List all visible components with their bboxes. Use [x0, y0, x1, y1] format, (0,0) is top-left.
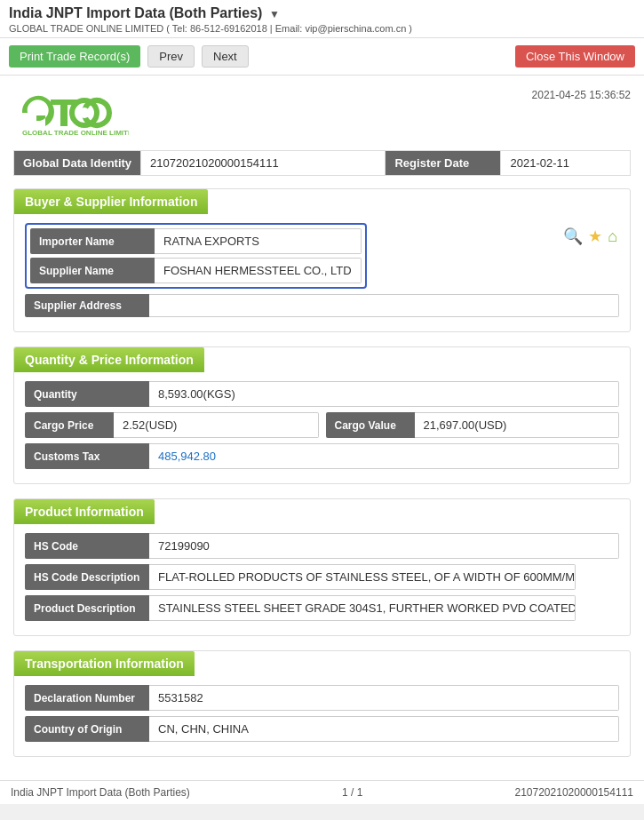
supplier-label: Supplier Name: [30, 258, 155, 283]
buyer-supplier-body: 🔍 ★ ⌂ Importer Name RATNA EXPORTS Suppli…: [14, 214, 630, 331]
star-icon[interactable]: ★: [588, 227, 602, 246]
record-timestamp: 2021-04-25 15:36:52: [532, 89, 631, 101]
cargo-value-value: 21,697.00(USD): [415, 412, 620, 438]
toolbar: Print Trade Record(s) Prev Next Close Th…: [0, 38, 644, 76]
importer-row: Importer Name RATNA EXPORTS: [30, 228, 362, 254]
transportation-header: Transportation Information: [14, 651, 195, 676]
prev-button[interactable]: Prev: [147, 45, 195, 68]
customs-tax-value: 485,942.80: [149, 443, 619, 469]
importer-value: RATNA EXPORTS: [155, 228, 362, 254]
svg-point-3: [79, 107, 90, 118]
transportation-body: Declaration Number 5531582 Country of Or…: [14, 676, 630, 756]
close-button[interactable]: Close This Window: [515, 45, 635, 68]
customs-tax-label: Customs Tax: [25, 443, 149, 469]
buyer-supplier-section: Buyer & Supplier Information 🔍 ★ ⌂ Impor…: [13, 188, 631, 332]
global-data-identity-value: 21072021020000154111: [141, 151, 386, 176]
identity-table: Global Data Identity 2107202102000015411…: [13, 150, 631, 176]
buyer-box: Importer Name RATNA EXPORTS Supplier Nam…: [25, 223, 367, 289]
transportation-title: Transportation Information: [25, 657, 184, 671]
subtitle: GLOBAL TRADE ONLINE LIMITED ( Tel: 86-51…: [9, 23, 635, 34]
global-data-identity-label: Global Data Identity: [14, 151, 141, 176]
buyer-supplier-header: Buyer & Supplier Information: [14, 189, 208, 214]
quantity-price-section: Quantity & Price Information Quantity 8,…: [13, 346, 631, 484]
register-date-label: Register Date: [386, 151, 501, 176]
dropdown-arrow-icon[interactable]: ▼: [269, 8, 280, 20]
logo-area: GLOBAL TRADE ONLINE LIMITED: [13, 89, 129, 138]
supplier-row: Supplier Name FOSHAN HERMESSTEEL CO., LT…: [30, 258, 362, 283]
svg-rect-1: [60, 100, 68, 126]
footer-left: India JNPT Import Data (Both Parties): [11, 786, 190, 799]
main-content: GLOBAL TRADE ONLINE LIMITED 2021-04-25 1…: [0, 76, 644, 780]
product-title: Product Information: [25, 505, 144, 519]
product-desc-label: Product Description: [25, 595, 149, 621]
product-section: Product Information HS Code 72199090 HS …: [13, 498, 631, 636]
country-of-origin-value: CN, CHN, CHINA: [149, 716, 619, 742]
supplier-address-row: Supplier Address: [25, 294, 619, 317]
cargo-price-part: Cargo Price 2.52(USD): [25, 412, 319, 438]
quantity-label: Quantity: [25, 381, 149, 407]
hs-code-desc-label: HS Code Description: [25, 564, 149, 590]
country-of-origin-row: Country of Origin CN, CHN, CHINA: [25, 716, 619, 742]
register-date-value: 2021-02-11: [501, 151, 631, 176]
quantity-price-body: Quantity 8,593.00(KGS) Cargo Price 2.52(…: [14, 372, 630, 483]
customs-tax-value-text: 485,942.80: [158, 450, 216, 463]
product-desc-row: Product Description STAINLESS STEEL SHEE…: [25, 595, 619, 621]
home-icon[interactable]: ⌂: [608, 227, 617, 246]
footer-bar: India JNPT Import Data (Both Parties) 1 …: [0, 780, 644, 804]
product-header: Product Information: [14, 499, 155, 524]
customs-tax-row: Customs Tax 485,942.80: [25, 443, 619, 469]
quantity-value: 8,593.00(KGS): [149, 381, 619, 407]
cargo-price-value: 2.52(USD): [114, 412, 319, 438]
footer-right: 21072021020000154111: [515, 786, 633, 799]
cargo-price-value-row: Cargo Price 2.52(USD) Cargo Value 21,697…: [25, 412, 619, 438]
supplier-value: FOSHAN HERMESSTEEL CO., LTD: [155, 258, 362, 283]
hs-code-value: 72199090: [149, 533, 619, 559]
record-header: GLOBAL TRADE ONLINE LIMITED 2021-04-25 1…: [13, 89, 631, 138]
supplier-address-label: Supplier Address: [25, 294, 149, 317]
footer-center: 1 / 1: [342, 786, 362, 799]
declaration-number-row: Declaration Number 5531582: [25, 685, 619, 711]
company-logo: GLOBAL TRADE ONLINE LIMITED: [13, 89, 129, 138]
action-icons: 🔍 ★ ⌂: [563, 227, 617, 246]
cargo-value-label: Cargo Value: [326, 412, 415, 438]
print-button[interactable]: Print Trade Record(s): [9, 45, 140, 68]
transportation-section: Transportation Information Declaration N…: [13, 650, 631, 757]
hs-code-row: HS Code 72199090: [25, 533, 619, 559]
product-desc-value: STAINLESS STEEL SHEET GRADE 304S1, FURTH…: [149, 595, 576, 621]
search-icon[interactable]: 🔍: [563, 227, 583, 246]
hs-code-desc-row: HS Code Description FLAT-ROLLED PRODUCTS…: [25, 564, 619, 590]
product-body: HS Code 72199090 HS Code Description FLA…: [14, 524, 630, 635]
svg-text:GLOBAL TRADE ONLINE LIMITED: GLOBAL TRADE ONLINE LIMITED: [22, 129, 129, 137]
country-of-origin-label: Country of Origin: [25, 716, 149, 742]
next-button[interactable]: Next: [202, 45, 249, 68]
cargo-price-label: Cargo Price: [25, 412, 114, 438]
hs-code-label: HS Code: [25, 533, 149, 559]
declaration-number-label: Declaration Number: [25, 685, 149, 711]
top-bar: India JNPT Import Data (Both Parties) ▼ …: [0, 0, 644, 38]
importer-label: Importer Name: [30, 228, 155, 254]
quantity-price-header: Quantity & Price Information: [14, 347, 204, 372]
hs-code-desc-value: FLAT-ROLLED PRODUCTS OF STAINLESS STEEL,…: [149, 564, 576, 590]
quantity-row: Quantity 8,593.00(KGS): [25, 381, 619, 407]
quantity-price-title: Quantity & Price Information: [25, 353, 194, 367]
cargo-value-part: Cargo Value 21,697.00(USD): [326, 412, 620, 438]
page-title: India JNPT Import Data (Both Parties): [9, 5, 262, 20]
declaration-number-value: 5531582: [149, 685, 619, 711]
supplier-address-value: [149, 294, 619, 317]
buyer-supplier-title: Buyer & Supplier Information: [25, 195, 197, 209]
